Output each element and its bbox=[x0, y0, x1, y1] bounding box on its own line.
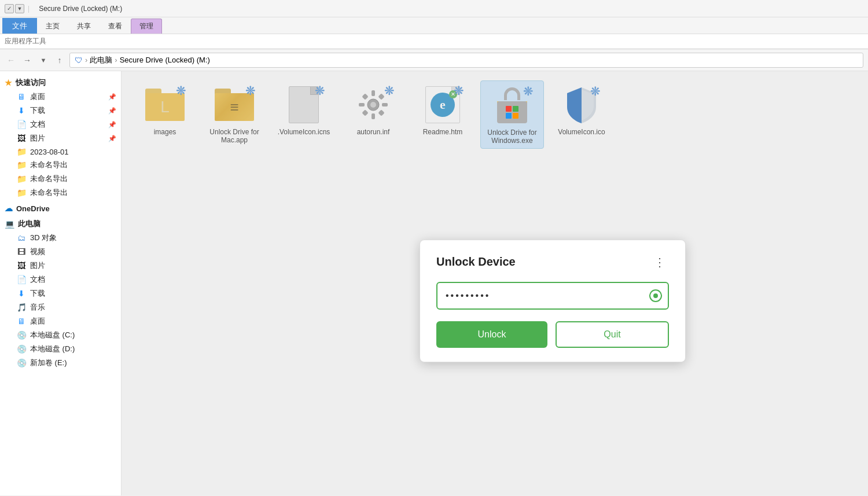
sidebar-item-desktop[interactable]: 🖥 桌面 📌 bbox=[0, 90, 121, 104]
tab-view[interactable]: 查看 bbox=[100, 19, 131, 34]
desktop-icon-2: 🖥 bbox=[16, 317, 27, 326]
folder-icon-3: 📁 bbox=[16, 174, 27, 183]
sidebar-item-docs2[interactable]: 📄 文档 bbox=[0, 273, 121, 286]
sidebar-item-folder-2[interactable]: 📁 未命名导出 bbox=[0, 158, 121, 172]
sidebar-item-folder-1[interactable]: 📁 2023-08-01 bbox=[0, 145, 121, 158]
folder-icon-4: 📁 bbox=[16, 188, 27, 197]
sidebar-label-docs2: 文档 bbox=[30, 274, 45, 285]
sidebar-label-folder-1: 2023-08-01 bbox=[30, 148, 69, 156]
sidebar-group-onedrive[interactable]: ☁ OneDrive bbox=[0, 202, 121, 215]
eye-toggle-button[interactable] bbox=[649, 289, 662, 302]
sidebar-item-drive-d[interactable]: 💿 本地磁盘 (D:) bbox=[0, 342, 121, 356]
download-icon: ⬇ bbox=[16, 106, 27, 115]
recent-locations-button[interactable]: ▼ bbox=[37, 54, 50, 67]
drive-e-icon: 💿 bbox=[16, 358, 27, 368]
sidebar-item-3d[interactable]: 🗂 3D 对象 bbox=[0, 231, 121, 245]
sidebar-label-drive-c: 本地磁盘 (C:) bbox=[30, 330, 75, 340]
sidebar-label-video: 视频 bbox=[30, 247, 45, 257]
path-drive[interactable]: Secure Drive (Locked) (M:) bbox=[120, 56, 210, 64]
sidebar-item-drive-c[interactable]: 💿 本地磁盘 (C:) bbox=[0, 328, 121, 342]
dialog-overlay: Unlock Device ⋮ Unlock Quit bbox=[122, 71, 868, 495]
sidebar-item-desktop2[interactable]: 🖥 桌面 bbox=[0, 314, 121, 328]
tab-home[interactable]: 主页 bbox=[37, 19, 68, 34]
sidebar-label-drive-d: 本地磁盘 (D:) bbox=[30, 344, 75, 354]
pin-icon-2: 📌 bbox=[108, 107, 116, 115]
eye-icon bbox=[649, 289, 662, 302]
pin-icon-4: 📌 bbox=[108, 135, 116, 142]
sidebar-item-folder-3[interactable]: 📁 未命名导出 bbox=[0, 172, 121, 186]
tab-file[interactable]: 文件 bbox=[2, 18, 37, 34]
tab-share[interactable]: 共享 bbox=[68, 19, 100, 34]
sidebar-label-docs: 文档 bbox=[30, 119, 45, 130]
sidebar-label-pics2: 图片 bbox=[30, 260, 45, 271]
sidebar-label-drive-e: 新加卷 (E:) bbox=[30, 358, 67, 368]
video-icon: 🎞 bbox=[16, 247, 27, 256]
sidebar-item-download[interactable]: ⬇ 下载 📌 bbox=[0, 104, 121, 117]
docs-icon: 📄 bbox=[16, 120, 27, 129]
drive-c-icon: 💿 bbox=[16, 330, 27, 340]
drive-d-icon: 💿 bbox=[16, 344, 27, 354]
ribbon-tabs: 文件 主页 共享 查看 管理 bbox=[0, 17, 868, 34]
sidebar-item-download2[interactable]: ⬇ 下载 bbox=[0, 286, 121, 300]
path-shield-icon: 🛡 bbox=[75, 56, 83, 65]
onedrive-label: OneDrive bbox=[16, 204, 50, 213]
address-bar: ← → ▼ ↑ 🛡 › 此电脑 › Secure Drive (Locked) … bbox=[0, 49, 868, 71]
path-separator-1: › bbox=[85, 56, 87, 64]
path-this-pc[interactable]: 此电脑 bbox=[90, 55, 112, 65]
sidebar-item-folder-4[interactable]: 📁 未命名导出 bbox=[0, 186, 121, 200]
sidebar-group-this-pc[interactable]: 💻 此电脑 bbox=[0, 217, 121, 231]
sidebar-item-docs[interactable]: 📄 文档 📌 bbox=[0, 117, 121, 131]
sidebar-item-drive-e[interactable]: 💿 新加卷 (E:) bbox=[0, 356, 121, 370]
sidebar-label-folder-4: 未命名导出 bbox=[30, 188, 68, 198]
pin-icon: 📌 bbox=[108, 93, 116, 101]
content-area: L ❊ images ≡ ❊ U bbox=[122, 71, 868, 495]
back-button[interactable]: ← bbox=[5, 54, 17, 67]
sidebar-section-quick-access: ★ 快速访问 🖥 桌面 📌 ⬇ 下载 📌 📄 文档 📌 🖼 图片 � bbox=[0, 76, 121, 200]
3d-icon: 🗂 bbox=[16, 233, 27, 243]
sidebar-item-pics[interactable]: 🖼 图片 📌 bbox=[0, 131, 121, 145]
eye-pupil bbox=[653, 293, 658, 298]
cloud-icon: ☁ bbox=[5, 204, 13, 213]
sidebar-label-desktop2: 桌面 bbox=[30, 316, 45, 326]
qat-icon-save[interactable]: ▼ bbox=[15, 4, 24, 13]
unlock-dialog: Unlock Device ⋮ Unlock Quit bbox=[420, 240, 686, 362]
quit-button[interactable]: Quit bbox=[556, 321, 669, 348]
ribbon-content-label: 应用程序工具 bbox=[5, 36, 46, 46]
path-separator-2: › bbox=[115, 56, 117, 64]
dialog-menu-button[interactable]: ⋮ bbox=[650, 254, 669, 270]
folder-icon-1: 📁 bbox=[16, 147, 27, 156]
unlock-button[interactable]: Unlock bbox=[436, 321, 547, 348]
sidebar-group-quick-access[interactable]: ★ 快速访问 bbox=[0, 76, 121, 90]
pin-icon-3: 📌 bbox=[108, 121, 116, 128]
qat-icon-check[interactable]: ✓ bbox=[5, 4, 14, 13]
star-icon: ★ bbox=[5, 78, 12, 87]
forward-button[interactable]: → bbox=[21, 54, 34, 67]
sidebar-label-folder-2: 未命名导出 bbox=[30, 160, 68, 170]
sidebar-label-folder-3: 未命名导出 bbox=[30, 174, 68, 184]
sidebar-label-desktop: 桌面 bbox=[30, 91, 45, 102]
desktop-icon: 🖥 bbox=[16, 92, 27, 101]
sidebar-section-onedrive: ☁ OneDrive bbox=[0, 202, 121, 215]
tab-manage[interactable]: 管理 bbox=[131, 19, 162, 34]
folder-icon-2: 📁 bbox=[16, 160, 27, 170]
address-path[interactable]: 🛡 › 此电脑 › Secure Drive (Locked) (M:) bbox=[69, 53, 863, 68]
pics-icon: 🖼 bbox=[16, 134, 27, 143]
window-title: Secure Drive (Locked) (M:) bbox=[39, 5, 122, 13]
password-input[interactable] bbox=[436, 282, 669, 310]
sidebar: ★ 快速访问 🖥 桌面 📌 ⬇ 下载 📌 📄 文档 📌 🖼 图片 � bbox=[0, 71, 122, 495]
sidebar-label-pics: 图片 bbox=[30, 133, 45, 144]
dialog-input-wrapper bbox=[436, 282, 669, 310]
this-pc-label: 此电脑 bbox=[18, 219, 41, 229]
docs-icon-2: 📄 bbox=[16, 275, 27, 284]
dialog-title: Unlock Device bbox=[436, 255, 516, 269]
up-button[interactable]: ↑ bbox=[53, 54, 66, 67]
quick-access-label: 快速访问 bbox=[16, 78, 46, 88]
sidebar-label-music: 音乐 bbox=[30, 302, 45, 313]
main-layout: ★ 快速访问 🖥 桌面 📌 ⬇ 下载 📌 📄 文档 📌 🖼 图片 � bbox=[0, 71, 868, 495]
music-icon: 🎵 bbox=[16, 303, 27, 312]
download-icon-2: ⬇ bbox=[16, 289, 27, 298]
sidebar-item-video[interactable]: 🎞 视频 bbox=[0, 245, 121, 259]
sidebar-item-pics2[interactable]: 🖼 图片 bbox=[0, 259, 121, 273]
dialog-header: Unlock Device ⋮ bbox=[436, 254, 669, 270]
sidebar-item-music[interactable]: 🎵 音乐 bbox=[0, 300, 121, 314]
